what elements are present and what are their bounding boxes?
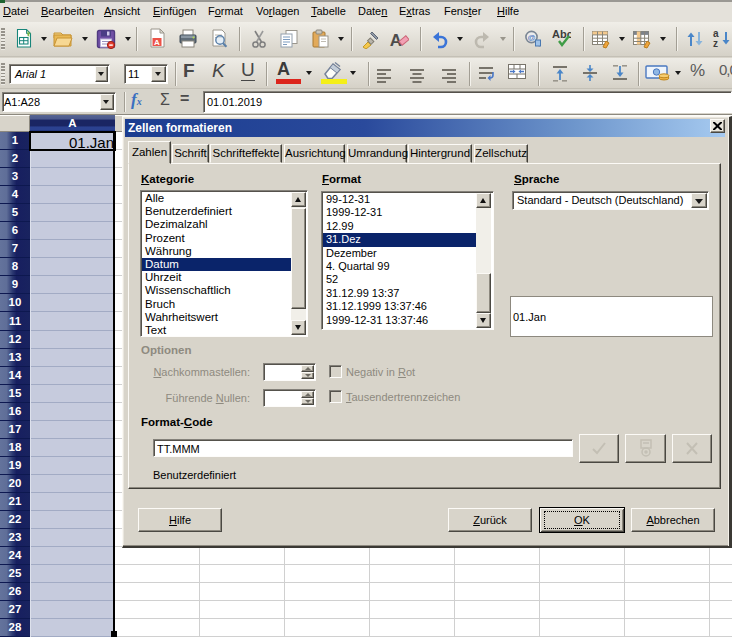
svg-text:A: A xyxy=(154,38,160,47)
svg-text:@: @ xyxy=(527,33,535,42)
svg-text:z: z xyxy=(713,38,718,48)
